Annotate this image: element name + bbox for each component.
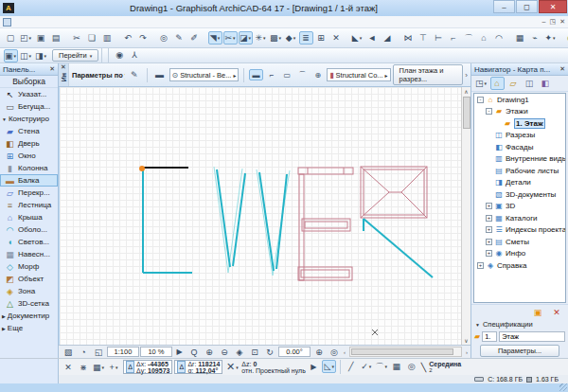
tree-item[interactable]: ◨Детали bbox=[474, 177, 565, 189]
snap-midpoint-icon[interactable]: ╲ bbox=[421, 363, 426, 372]
layers-dialog-icon[interactable]: ◫ bbox=[19, 49, 33, 62]
tool-wall[interactable]: ▰Стена bbox=[0, 125, 58, 137]
pick-up-parameters-icon[interactable]: ✎ bbox=[172, 31, 186, 45]
mdi-close-button[interactable]: ✕ bbox=[559, 18, 565, 26]
geometry-straight-icon[interactable] bbox=[249, 69, 262, 80]
snap-elements-icon[interactable]: ▦ bbox=[389, 360, 403, 373]
line-tool-icon[interactable]: ╱ bbox=[344, 360, 358, 373]
roller-icon[interactable]: ⌁ bbox=[528, 31, 542, 45]
tree-item[interactable]: -▰Этажи bbox=[474, 106, 565, 118]
scroll-down-icon[interactable]: ∨ bbox=[464, 336, 468, 345]
project-map-icon[interactable]: ⌂ bbox=[490, 77, 505, 90]
tracker-polar-box[interactable]: Δr: 118214 α: 112,04° bbox=[174, 360, 222, 374]
hscroll-right-icon[interactable]: › bbox=[465, 349, 469, 355]
zoom-next-icon[interactable]: ◎ bbox=[328, 346, 342, 359]
geometry-rect-icon[interactable] bbox=[280, 69, 293, 80]
vertical-scroll-thumb[interactable] bbox=[463, 97, 470, 129]
snap-grid-icon[interactable]: ▦ bbox=[92, 361, 106, 374]
horizontal-scrollbar[interactable] bbox=[349, 347, 462, 357]
infobox-close-icon[interactable] bbox=[61, 63, 66, 71]
hscroll-left-icon[interactable]: ‹ bbox=[343, 349, 346, 355]
pan-mode-icon[interactable]: ◱ bbox=[92, 346, 106, 359]
adjust-icon[interactable]: ◪ bbox=[239, 31, 253, 45]
render-icon[interactable]: ◉ bbox=[564, 31, 568, 45]
scale-box[interactable]: 1:100 bbox=[107, 347, 139, 357]
tool-object[interactable]: ◩Объект bbox=[0, 273, 58, 285]
tree-item[interactable]: ◧Фасады bbox=[474, 141, 565, 153]
new-document-icon[interactable]: ▢ bbox=[4, 31, 18, 45]
tracker-expand-icon[interactable]: ▶ bbox=[308, 362, 320, 373]
split-icon[interactable]: ✂ bbox=[223, 31, 238, 45]
vertical-scrollbar[interactable]: ∧ ∨ bbox=[461, 87, 470, 345]
delete-viewpoint-icon[interactable]: ✕ bbox=[550, 306, 564, 319]
tool-slab[interactable]: ▱Перекр... bbox=[0, 187, 58, 199]
tree-expander-icon[interactable]: + bbox=[486, 226, 492, 233]
tree-expander-icon[interactable]: + bbox=[486, 239, 492, 245]
close-button[interactable] bbox=[539, 0, 567, 13]
snap-zoom-icon[interactable]: ◎ bbox=[404, 360, 418, 373]
go-to-button[interactable]: Перейти bbox=[52, 49, 98, 62]
plus-icon[interactable]: + bbox=[107, 361, 121, 374]
gear-icon[interactable]: ✳ bbox=[254, 31, 268, 45]
tree-item[interactable]: +▤Сметы bbox=[474, 236, 565, 248]
story-name-field[interactable]: Этаж bbox=[499, 331, 565, 342]
tracker-xy-box[interactable]: Δx: -44365 Δy: 109573 bbox=[123, 360, 172, 374]
roof-level-icon[interactable]: ◠ bbox=[492, 31, 506, 45]
tool-beam[interactable]: ▬Балка bbox=[0, 174, 58, 187]
delete-icon[interactable]: ✕ bbox=[329, 31, 344, 45]
copy-icon[interactable]: ❏ bbox=[85, 31, 99, 45]
minimize-button[interactable] bbox=[493, 0, 515, 13]
rotate-view-icon[interactable]: ↻ bbox=[263, 346, 277, 359]
tool-door[interactable]: ◧Дверь bbox=[0, 137, 58, 150]
tool-curtain-wall[interactable]: ▦Навесн... bbox=[0, 248, 58, 260]
zoom-previous-icon[interactable]: ⊕ bbox=[312, 346, 327, 359]
stairmaker-icon[interactable]: ≣ bbox=[299, 31, 313, 45]
adjust-elements-icon[interactable]: ◄ bbox=[365, 31, 380, 45]
snap-curve-icon[interactable]: ⌒ bbox=[374, 360, 388, 373]
orientation-box[interactable]: 0.00° bbox=[278, 347, 311, 357]
save-icon[interactable]: ▣ bbox=[34, 31, 48, 45]
geometry-chain-icon[interactable] bbox=[265, 69, 278, 80]
guide-lines-icon[interactable]: ⋇ bbox=[77, 361, 91, 374]
tool-shell[interactable]: ◠Оболо... bbox=[0, 223, 58, 236]
paste-icon[interactable]: ▥ bbox=[100, 31, 115, 45]
cancel-icon[interactable]: ✕ bbox=[62, 361, 76, 374]
favorite-selector[interactable]: ⊙ Structural - Be... bbox=[169, 68, 240, 81]
print-icon[interactable]: ▤ bbox=[49, 31, 63, 45]
tree-item[interactable]: ▰1. Этаж bbox=[474, 117, 565, 130]
tool-marquee[interactable]: ▭Бегуща... bbox=[0, 100, 58, 113]
mdi-minimize-button[interactable]: – bbox=[542, 18, 546, 26]
cut-icon[interactable]: ✂ bbox=[70, 31, 84, 45]
pan-hand-icon[interactable]: ◈ bbox=[233, 346, 247, 359]
fillet-icon[interactable]: ◢ bbox=[381, 31, 395, 45]
tool-mesh[interactable]: △3D-сетка bbox=[0, 297, 58, 310]
scale-dialog-icon[interactable]: ◨ bbox=[34, 49, 48, 62]
tool-morph[interactable]: ◇Морф bbox=[0, 260, 58, 273]
base-height-icon[interactable]: ⌂ bbox=[477, 31, 491, 45]
coordinates-x-icon[interactable]: ✕ bbox=[225, 361, 240, 374]
new-viewpoint-icon[interactable]: ▣ bbox=[531, 306, 545, 319]
settings-button[interactable]: Параметры... bbox=[480, 345, 559, 357]
scroll-up-icon[interactable]: ∧ bbox=[464, 87, 468, 96]
walkthrough-icon[interactable]: ⅄ bbox=[128, 48, 142, 62]
tree-expander-icon[interactable]: + bbox=[486, 215, 492, 222]
tool-column[interactable]: ▮Колонна bbox=[0, 162, 58, 174]
tree-item[interactable]: ▥Внутренние виды bbox=[474, 153, 565, 166]
tree-item[interactable]: +▣3D bbox=[474, 201, 565, 213]
tree-expander-icon[interactable]: - bbox=[486, 108, 492, 115]
ink-icon[interactable]: ◆ bbox=[284, 31, 298, 45]
undo-icon[interactable]: ↶ bbox=[121, 31, 135, 45]
plan-and-section-button[interactable]: План этажа и разрез... bbox=[393, 64, 464, 85]
navigator-close-icon[interactable] bbox=[559, 65, 565, 73]
magic-wand-icon[interactable]: ✦ bbox=[543, 31, 558, 45]
zoom-in-icon[interactable]: ⊕ bbox=[203, 346, 217, 359]
snap-point-icon[interactable]: ✓ bbox=[359, 360, 373, 373]
view-map-icon[interactable]: ▱ bbox=[506, 77, 521, 90]
trim-icon[interactable]: ◣ bbox=[350, 31, 364, 45]
project-chooser-icon[interactable]: ◳ bbox=[474, 77, 488, 90]
resize-grip[interactable] bbox=[559, 383, 567, 391]
document-icon[interactable] bbox=[3, 18, 11, 27]
curve-edit-icon[interactable]: ⌒ bbox=[462, 31, 476, 45]
zoom-menu-icon[interactable]: Q bbox=[187, 346, 202, 359]
tree-item[interactable]: +▦Каталоги bbox=[474, 212, 565, 224]
